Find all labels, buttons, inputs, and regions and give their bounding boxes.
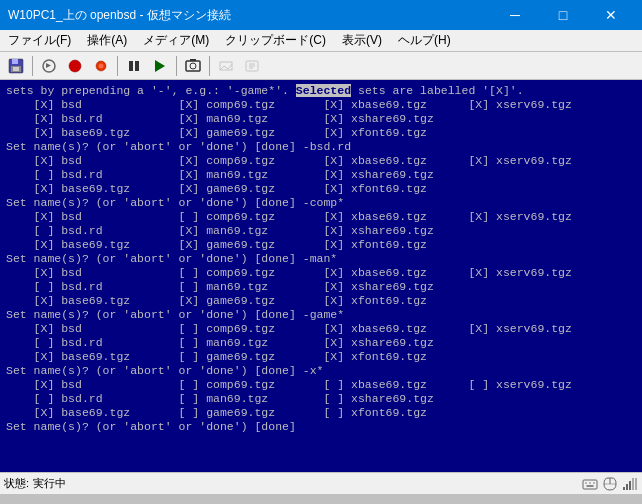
status-bar: 状態: 実行中 xyxy=(0,472,642,494)
menu-bar: ファイル(F) 操作(A) メディア(M) クリップボード(C) 表示(V) ヘ… xyxy=(0,30,642,52)
toolbar-sep-3 xyxy=(176,56,177,76)
close-button[interactable]: ✕ xyxy=(588,0,634,30)
status-label: 状態: xyxy=(4,476,29,491)
terminal-output[interactable]: sets by prepending a '-', e.g.: '-game*'… xyxy=(0,80,642,472)
toolbar-undo-button[interactable] xyxy=(37,54,61,78)
title-bar: W10PC1_上の openbsd - 仮想マシン接続 ─ □ ✕ xyxy=(0,0,642,30)
svg-line-17 xyxy=(224,66,228,69)
menu-view[interactable]: 表示(V) xyxy=(334,30,390,51)
svg-rect-30 xyxy=(623,487,625,490)
svg-rect-14 xyxy=(190,59,196,61)
svg-rect-33 xyxy=(632,478,634,490)
svg-line-16 xyxy=(220,66,224,70)
toolbar-sep-1 xyxy=(32,56,33,76)
keyboard-icon xyxy=(582,476,598,492)
toolbar-sep-2 xyxy=(117,56,118,76)
svg-rect-32 xyxy=(629,481,631,490)
menu-clipboard[interactable]: クリップボード(C) xyxy=(217,30,334,51)
toolbar-stop-button[interactable] xyxy=(63,54,87,78)
menu-help[interactable]: ヘルプ(H) xyxy=(390,30,459,51)
title-text: W10PC1_上の openbsd - 仮想マシン接続 xyxy=(8,7,231,24)
svg-marker-11 xyxy=(155,60,165,72)
toolbar-btn-disabled-2 xyxy=(240,54,264,78)
toolbar xyxy=(0,52,642,80)
svg-rect-31 xyxy=(626,484,628,490)
svg-rect-34 xyxy=(635,478,637,490)
minimize-button[interactable]: ─ xyxy=(492,0,538,30)
toolbar-btn-disabled-1 xyxy=(214,54,238,78)
maximize-button[interactable]: □ xyxy=(540,0,586,30)
status-value: 実行中 xyxy=(33,476,66,491)
toolbar-play-button[interactable] xyxy=(148,54,172,78)
mouse-icon xyxy=(602,476,618,492)
menu-media[interactable]: メディア(M) xyxy=(135,30,217,51)
menu-file[interactable]: ファイル(F) xyxy=(0,30,79,51)
svg-rect-9 xyxy=(129,61,133,71)
status-icons xyxy=(582,476,638,492)
toolbar-record-button[interactable] xyxy=(89,54,113,78)
menu-action[interactable]: 操作(A) xyxy=(79,30,135,51)
svg-point-6 xyxy=(69,60,81,72)
svg-rect-1 xyxy=(12,59,18,64)
svg-rect-10 xyxy=(135,61,139,71)
svg-point-13 xyxy=(190,63,196,69)
title-controls: ─ □ ✕ xyxy=(492,0,634,30)
network-icon xyxy=(622,476,638,492)
status-state: 状態: 実行中 xyxy=(4,476,66,491)
svg-point-8 xyxy=(99,63,104,68)
svg-rect-3 xyxy=(13,67,19,71)
toolbar-screenshot-button[interactable] xyxy=(181,54,205,78)
svg-marker-5 xyxy=(46,63,51,68)
toolbar-sep-4 xyxy=(209,56,210,76)
svg-rect-23 xyxy=(583,480,597,489)
toolbar-pause-button[interactable] xyxy=(122,54,146,78)
svg-line-18 xyxy=(228,64,232,69)
toolbar-save-button[interactable] xyxy=(4,54,28,78)
